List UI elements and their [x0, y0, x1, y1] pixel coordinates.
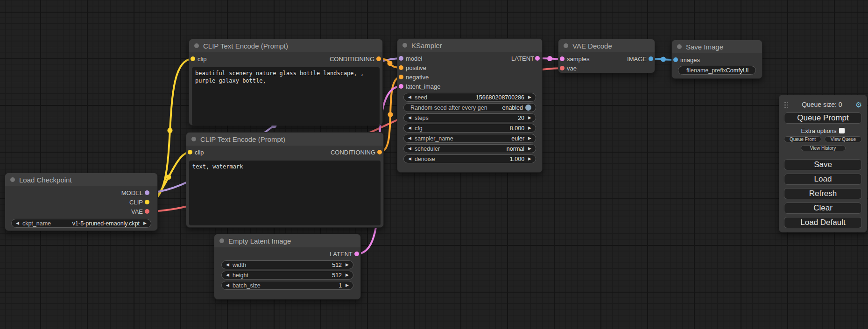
decrement-arrow-icon[interactable]: ◀ [408, 116, 411, 120]
decrement-arrow-icon[interactable]: ◀ [408, 126, 411, 130]
collapse-dot-icon[interactable] [194, 43, 199, 48]
queue-front-button[interactable]: Queue Front [784, 136, 821, 142]
positive-input-slot[interactable] [399, 65, 403, 70]
collapse-dot-icon[interactable] [10, 177, 15, 182]
save-button[interactable]: Save [784, 159, 862, 170]
node-title-bar[interactable]: Save Image [672, 40, 762, 53]
decrement-arrow-icon[interactable]: ◀ [408, 157, 411, 161]
prompt-textarea[interactable]: text, watermark [189, 161, 381, 225]
node-vae-decode[interactable]: VAE Decode samples IMAGE vae [558, 39, 655, 73]
clip-output-slot[interactable] [145, 200, 149, 204]
node-title-bar[interactable]: VAE Decode [558, 39, 655, 52]
node-title-bar[interactable]: KSampler [397, 39, 542, 52]
refresh-button[interactable]: Refresh [784, 188, 862, 199]
denoise-widget[interactable]: ◀ denoise 1.000 ▶ [403, 154, 536, 163]
vae-input-slot[interactable] [560, 66, 565, 70]
width-widget[interactable]: ◀ width 512 ▶ [221, 260, 353, 269]
extra-options-checkbox[interactable] [839, 128, 845, 133]
increment-arrow-icon[interactable]: ▶ [346, 283, 349, 287]
node-graph-canvas[interactable]: Load Checkpoint MODEL CLIP VAE ◀ ckpt_na… [0, 0, 868, 329]
output-row: MODEL [5, 188, 157, 197]
images-input-slot[interactable] [673, 57, 678, 62]
widget-value: 1.000 [510, 156, 524, 162]
widget-value: euler [511, 135, 524, 142]
height-widget[interactable]: ◀ height 512 ▶ [221, 271, 353, 280]
samples-input-slot[interactable] [560, 56, 565, 61]
node-title-bar[interactable]: CLIP Text Encode (Prompt) [186, 133, 383, 146]
node-empty-latent-image[interactable]: Empty Latent Image LATENT ◀ width 512 ▶ … [214, 234, 361, 300]
filename-prefix-widget[interactable]: filename_prefix ComfyUI [678, 66, 756, 75]
load-button[interactable]: Load [784, 174, 862, 185]
decrement-arrow-icon[interactable]: ◀ [226, 283, 229, 287]
output-row: VAE [5, 207, 157, 216]
view-history-button[interactable]: View History [801, 145, 846, 151]
node-title-bar[interactable]: Empty Latent Image [214, 234, 360, 247]
clip-input-slot[interactable] [188, 150, 192, 154]
seed-widget[interactable]: ◀ seed 156680208700286 ▶ [403, 93, 536, 102]
slot-row: clip CONDITIONING [189, 54, 382, 63]
drag-handle-icon[interactable] [784, 101, 789, 108]
collapse-dot-icon[interactable] [564, 43, 568, 48]
widget-value: 1 [339, 282, 342, 289]
collapse-dot-icon[interactable] [677, 44, 682, 49]
node-load-checkpoint[interactable]: Load Checkpoint MODEL CLIP VAE ◀ ckpt_na… [5, 173, 158, 231]
toggle-circle-icon[interactable] [525, 105, 531, 111]
sampler-name-widget[interactable]: ◀ sampler_name euler ▶ [403, 134, 536, 143]
decrement-arrow-icon[interactable]: ◀ [408, 147, 411, 151]
node-title: VAE Decode [572, 42, 612, 50]
collapse-dot-icon[interactable] [219, 238, 224, 243]
latent-output-slot[interactable] [535, 56, 540, 61]
load-default-button[interactable]: Load Default [784, 217, 862, 228]
decrement-arrow-icon[interactable]: ◀ [408, 95, 411, 99]
scheduler-widget[interactable]: ◀ scheduler normal ▶ [403, 144, 536, 153]
node-title-bar[interactable]: CLIP Text Encode (Prompt) [189, 39, 382, 52]
node-title: Load Checkpoint [19, 176, 72, 184]
node-title-bar[interactable]: Load Checkpoint [5, 173, 157, 186]
collapse-dot-icon[interactable] [191, 137, 196, 141]
node-ksampler[interactable]: KSampler model LATENT positive negative … [397, 38, 543, 173]
node-clip-text-encode-positive[interactable]: CLIP Text Encode (Prompt) clip CONDITION… [189, 39, 383, 126]
node-save-image[interactable]: Save Image images filename_prefix ComfyU… [671, 40, 762, 79]
steps-widget[interactable]: ◀ steps 20 ▶ [403, 113, 536, 122]
input-label: clip [195, 149, 204, 156]
increment-arrow-icon[interactable]: ▶ [528, 136, 531, 140]
node-clip-text-encode-negative[interactable]: CLIP Text Encode (Prompt) clip CONDITION… [186, 132, 384, 228]
gear-icon[interactable]: ⚙ [855, 100, 862, 109]
slot-row: clip CONDITIONING [186, 147, 383, 157]
increment-arrow-icon[interactable]: ▶ [346, 273, 349, 277]
increment-arrow-icon[interactable]: ▶ [346, 263, 349, 267]
model-input-slot[interactable] [399, 56, 403, 61]
increment-arrow-icon[interactable]: ▶ [528, 95, 531, 99]
collapse-dot-icon[interactable] [402, 43, 407, 48]
image-output-slot[interactable] [649, 56, 653, 61]
widget-label: batch_size [233, 282, 261, 289]
queue-prompt-button[interactable]: Queue Prompt [784, 112, 862, 124]
random-seed-toggle-widget[interactable]: Random seed after every gen enabled [403, 103, 536, 112]
decrement-arrow-icon[interactable]: ◀ [408, 136, 411, 140]
latent-output-slot[interactable] [354, 252, 359, 256]
latent-image-input-slot[interactable] [399, 84, 403, 89]
clip-input-slot[interactable] [191, 56, 195, 61]
increment-arrow-icon[interactable]: ▶ [528, 116, 531, 120]
prompt-textarea[interactable]: beautiful scenery nature glass bottle la… [192, 67, 380, 125]
conditioning-output-slot[interactable] [377, 150, 382, 154]
vae-output-slot[interactable] [145, 209, 149, 214]
model-output-slot[interactable] [145, 190, 149, 195]
ckpt-name-widget[interactable]: ◀ ckpt_name v1-5-pruned-emaonly.ckpt ▶ [11, 219, 151, 228]
slot-row: latent_image [397, 82, 542, 91]
widget-label: width [233, 262, 246, 268]
decrement-arrow-icon[interactable]: ◀ [16, 221, 19, 225]
increment-arrow-icon[interactable]: ▶ [143, 221, 147, 225]
negative-input-slot[interactable] [399, 75, 403, 79]
view-queue-button[interactable]: View Queue [825, 136, 862, 142]
cfg-widget[interactable]: ◀ cfg 8.000 ▶ [403, 124, 536, 133]
increment-arrow-icon[interactable]: ▶ [528, 147, 531, 151]
clear-button[interactable]: Clear [784, 203, 862, 214]
decrement-arrow-icon[interactable]: ◀ [226, 273, 229, 277]
decrement-arrow-icon[interactable]: ◀ [226, 263, 229, 267]
increment-arrow-icon[interactable]: ▶ [528, 157, 531, 161]
batch-size-widget[interactable]: ◀ batch_size 1 ▶ [221, 281, 353, 290]
increment-arrow-icon[interactable]: ▶ [528, 126, 531, 130]
input-label: model [406, 55, 422, 62]
conditioning-output-slot[interactable] [376, 56, 381, 61]
